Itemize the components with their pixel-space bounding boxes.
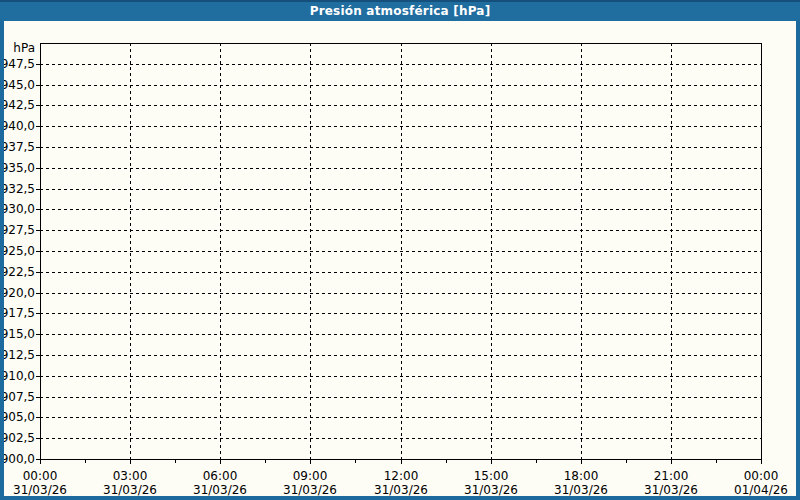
y-tick-label: 900,0: [4, 452, 35, 466]
y-tick-label: 925,0: [4, 244, 35, 258]
y-tick-label: 917,5: [4, 306, 35, 320]
chart-panel: Presión atmosférica [hPa] hPa947,5945,09…: [0, 0, 800, 500]
y-tick-label: 915,0: [4, 327, 35, 341]
x-tick-date: 31/03/26: [13, 483, 67, 496]
x-tick-time: 09:00: [293, 469, 328, 483]
y-tick-label: 922,5: [4, 265, 35, 279]
y-tick-label: 942,5: [4, 98, 35, 112]
x-tick-date: 31/03/26: [374, 483, 428, 496]
y-tick-label: 932,5: [4, 182, 35, 196]
x-tick-time: 00:00: [744, 469, 779, 483]
chart-title-bar: Presión atmosférica [hPa]: [0, 0, 800, 21]
y-tick-label: 940,0: [4, 119, 35, 133]
y-tick-label: 920,0: [4, 286, 35, 300]
x-tick-time: 21:00: [654, 469, 689, 483]
y-tick-label: 947,5: [4, 57, 35, 71]
pressure-chart: hPa947,5945,0942,5940,0937,5935,0932,593…: [4, 21, 796, 496]
y-tick-label: 910,0: [4, 369, 35, 383]
y-tick-label: 902,5: [4, 431, 35, 445]
x-tick-time: 00:00: [23, 469, 58, 483]
y-tick-label: 945,0: [4, 78, 35, 92]
x-tick-date: 31/03/26: [283, 483, 337, 496]
chart-body: hPa947,5945,0942,5940,0937,5935,0932,593…: [4, 21, 796, 496]
x-tick-date: 31/03/26: [103, 483, 157, 496]
y-tick-label: 937,5: [4, 140, 35, 154]
x-tick-date: 31/03/26: [644, 483, 698, 496]
x-tick-time: 06:00: [203, 469, 238, 483]
y-tick-label: 927,5: [4, 223, 35, 237]
x-tick-date: 31/03/26: [464, 483, 518, 496]
y-tick-label: 905,0: [4, 410, 35, 424]
x-tick-date: 31/03/26: [554, 483, 608, 496]
x-tick-time: 12:00: [384, 469, 419, 483]
y-tick-label: 907,5: [4, 390, 35, 404]
x-tick-time: 03:00: [113, 469, 148, 483]
y-tick-label: 930,0: [4, 202, 35, 216]
x-tick-date: 01/04/26: [734, 483, 788, 496]
chart-title: Presión atmosférica [hPa]: [310, 3, 491, 18]
y-axis-unit-label: hPa: [13, 41, 35, 55]
y-tick-label: 912,5: [4, 348, 35, 362]
y-tick-label: 935,0: [4, 161, 35, 175]
x-tick-time: 18:00: [564, 469, 599, 483]
x-tick-date: 31/03/26: [193, 483, 247, 496]
x-tick-time: 15:00: [474, 469, 509, 483]
